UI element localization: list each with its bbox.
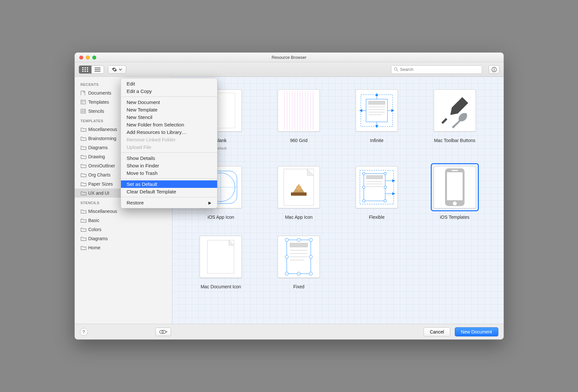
new-document-button[interactable]: New Document bbox=[455, 327, 498, 336]
folder-icon bbox=[81, 236, 86, 241]
folder-icon bbox=[81, 145, 86, 150]
template-thumbnail bbox=[200, 236, 242, 278]
menu-item[interactable]: New Stencil bbox=[121, 113, 217, 121]
template-thumbnail bbox=[356, 166, 398, 208]
template-item[interactable]: Mac Document Icon bbox=[185, 233, 257, 289]
menu-item[interactable]: New Document bbox=[121, 98, 217, 106]
template-thumbnail bbox=[434, 166, 476, 208]
template-item[interactable]: 960 Grid bbox=[263, 86, 335, 150]
sidebar-item[interactable]: Diagrams bbox=[75, 234, 172, 243]
info-icon bbox=[492, 67, 497, 72]
svg-point-89 bbox=[285, 255, 288, 258]
svg-rect-8 bbox=[87, 71, 88, 72]
template-item[interactable]: Infinite bbox=[341, 86, 413, 150]
tmpl-icon bbox=[81, 99, 86, 105]
folder-icon bbox=[81, 245, 86, 250]
grid-icon bbox=[82, 67, 88, 72]
grid-view-button[interactable] bbox=[79, 66, 91, 73]
sidebar-item-label: Diagrams bbox=[88, 236, 108, 241]
sidebar-item-label: Brainstorming bbox=[88, 136, 116, 141]
sidebar-item-label: Templates bbox=[88, 99, 109, 105]
folder-icon bbox=[81, 218, 86, 223]
resource-browser-window: Resource Browser bbox=[74, 52, 504, 340]
menu-item-label: New Template bbox=[127, 107, 158, 112]
sidebar-item-label: OmniOutliner bbox=[88, 163, 115, 168]
search-icon bbox=[394, 67, 398, 72]
search-field[interactable] bbox=[391, 65, 482, 74]
view-mode-segmented bbox=[79, 65, 104, 74]
template-item[interactable]: Mac Toolbar Buttons bbox=[419, 86, 491, 150]
sidebar-item-label: Miscellaneous bbox=[88, 127, 117, 132]
template-thumbnail bbox=[356, 89, 398, 132]
menu-item-label: Show in Finder bbox=[127, 163, 159, 168]
menu-item[interactable]: Set as Default bbox=[121, 180, 217, 188]
template-item[interactable]: iOS Templates bbox=[419, 163, 491, 220]
search-input[interactable] bbox=[400, 67, 479, 72]
window-title: Resource Browser bbox=[75, 55, 504, 60]
svg-rect-0 bbox=[82, 67, 84, 68]
svg-point-87 bbox=[297, 238, 300, 242]
menu-item[interactable]: New Template bbox=[121, 106, 217, 113]
menu-item[interactable]: Move to Trash bbox=[121, 169, 217, 177]
sidebar-item-label: Drawing bbox=[88, 154, 105, 159]
menu-item[interactable]: New Folder from Selection bbox=[121, 121, 217, 128]
svg-rect-80 bbox=[452, 170, 458, 171]
template-label: Mac App Icon bbox=[285, 215, 313, 220]
menu-item-label: Remove Linked Folder bbox=[127, 137, 176, 142]
folder-icon bbox=[81, 154, 86, 159]
svg-point-83 bbox=[285, 238, 288, 242]
template-thumbnail bbox=[278, 236, 320, 278]
svg-rect-78 bbox=[447, 172, 463, 200]
menu-separator bbox=[121, 197, 217, 197]
menu-item[interactable]: Restore▶ bbox=[121, 199, 217, 206]
svg-rect-4 bbox=[85, 69, 86, 70]
sten-icon bbox=[81, 109, 86, 114]
sidebar-item-label: UX and UI bbox=[88, 190, 110, 196]
sidebar-item-label: Basic bbox=[88, 218, 99, 223]
menu-item[interactable]: Clear Default Template bbox=[121, 188, 217, 195]
menu-item[interactable]: Edit bbox=[121, 80, 217, 87]
action-menu-button[interactable] bbox=[108, 65, 126, 74]
folder-icon bbox=[81, 172, 86, 177]
folder-icon bbox=[81, 181, 86, 187]
menu-separator bbox=[121, 152, 217, 153]
svg-point-66 bbox=[384, 200, 387, 202]
sidebar-item-label: Org Charts bbox=[88, 172, 111, 177]
svg-point-15 bbox=[494, 68, 494, 69]
template-label: Flexible bbox=[369, 215, 385, 220]
help-button[interactable]: ? bbox=[80, 328, 88, 336]
cancel-button[interactable]: Cancel bbox=[424, 327, 450, 336]
menu-item[interactable]: Show Details bbox=[121, 154, 217, 162]
menu-item-label: New Document bbox=[127, 99, 160, 105]
folder-icon bbox=[81, 227, 86, 232]
template-label: Mac Toolbar Buttons bbox=[434, 138, 475, 143]
sidebar-item[interactable]: Basic bbox=[75, 216, 172, 225]
svg-rect-3 bbox=[82, 69, 84, 70]
template-item[interactable]: Mac App Icon bbox=[263, 163, 335, 220]
footer: ? + Cancel New Document bbox=[75, 324, 504, 339]
sidebar-item[interactable]: Home bbox=[75, 243, 172, 252]
template-item[interactable]: Flexible bbox=[341, 163, 413, 220]
menu-item[interactable]: Add Resources to Library… bbox=[121, 128, 217, 136]
template-item[interactable]: Fixed bbox=[263, 233, 335, 289]
menu-item: Upload File bbox=[121, 143, 217, 151]
svg-point-85 bbox=[285, 272, 288, 275]
template-thumbnail bbox=[434, 89, 476, 132]
menu-item[interactable]: Show in Finder bbox=[121, 162, 217, 169]
list-view-button[interactable] bbox=[91, 66, 104, 73]
add-linked-folder-button[interactable]: + bbox=[155, 328, 171, 336]
folder-icon bbox=[81, 190, 86, 196]
template-label: 960 Grid bbox=[290, 138, 308, 143]
svg-point-64 bbox=[384, 172, 387, 175]
menu-item-label: Set as Default bbox=[127, 181, 157, 187]
menu-item-label: Upload File bbox=[127, 144, 151, 150]
sidebar-item-label: Paper Sizes bbox=[88, 181, 113, 187]
svg-point-12 bbox=[394, 68, 397, 70]
template-thumbnail bbox=[278, 89, 320, 132]
svg-point-67 bbox=[362, 186, 365, 189]
menu-item[interactable]: Edit a Copy bbox=[121, 87, 217, 95]
svg-rect-16 bbox=[494, 69, 494, 71]
sidebar-item[interactable]: Colors bbox=[75, 225, 172, 234]
svg-rect-26 bbox=[282, 91, 315, 130]
info-button[interactable] bbox=[489, 65, 500, 74]
